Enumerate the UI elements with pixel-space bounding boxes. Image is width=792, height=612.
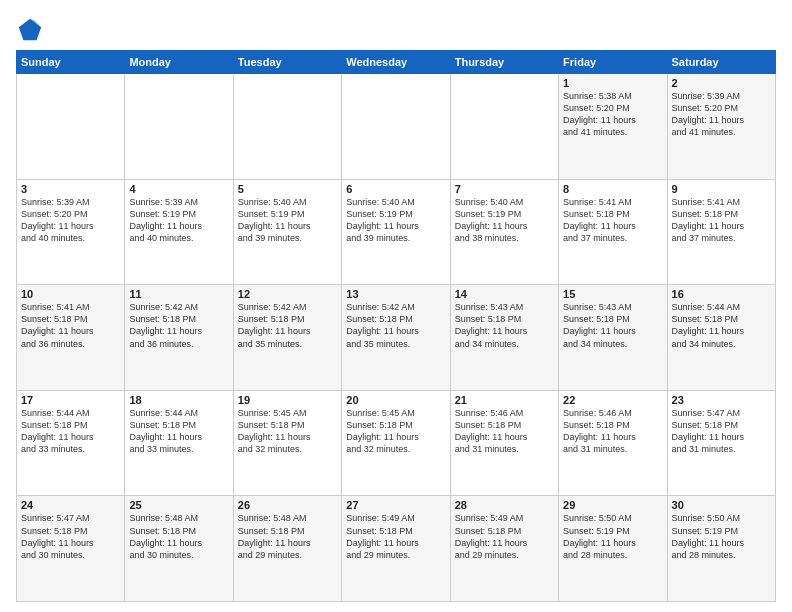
day-info: Sunrise: 5:46 AM Sunset: 5:18 PM Dayligh…: [455, 407, 554, 456]
calendar-cell: 23Sunrise: 5:47 AM Sunset: 5:18 PM Dayli…: [667, 390, 775, 496]
day-info: Sunrise: 5:48 AM Sunset: 5:18 PM Dayligh…: [129, 512, 228, 561]
day-info: Sunrise: 5:45 AM Sunset: 5:18 PM Dayligh…: [346, 407, 445, 456]
day-number: 14: [455, 288, 554, 300]
day-info: Sunrise: 5:42 AM Sunset: 5:18 PM Dayligh…: [129, 301, 228, 350]
day-info: Sunrise: 5:40 AM Sunset: 5:19 PM Dayligh…: [455, 196, 554, 245]
calendar-week-row: 24Sunrise: 5:47 AM Sunset: 5:18 PM Dayli…: [17, 496, 776, 602]
day-number: 30: [672, 499, 771, 511]
logo: [16, 16, 48, 44]
calendar-header-tuesday: Tuesday: [233, 51, 341, 74]
page: SundayMondayTuesdayWednesdayThursdayFrid…: [0, 0, 792, 612]
day-number: 17: [21, 394, 120, 406]
header: [16, 12, 776, 44]
calendar-cell: 12Sunrise: 5:42 AM Sunset: 5:18 PM Dayli…: [233, 285, 341, 391]
calendar-cell: 16Sunrise: 5:44 AM Sunset: 5:18 PM Dayli…: [667, 285, 775, 391]
day-number: 18: [129, 394, 228, 406]
calendar-cell: 22Sunrise: 5:46 AM Sunset: 5:18 PM Dayli…: [559, 390, 667, 496]
calendar-cell: 29Sunrise: 5:50 AM Sunset: 5:19 PM Dayli…: [559, 496, 667, 602]
day-number: 7: [455, 183, 554, 195]
day-info: Sunrise: 5:43 AM Sunset: 5:18 PM Dayligh…: [563, 301, 662, 350]
logo-icon: [16, 16, 44, 44]
calendar-header-saturday: Saturday: [667, 51, 775, 74]
calendar-cell: 5Sunrise: 5:40 AM Sunset: 5:19 PM Daylig…: [233, 179, 341, 285]
day-number: 5: [238, 183, 337, 195]
calendar-week-row: 3Sunrise: 5:39 AM Sunset: 5:20 PM Daylig…: [17, 179, 776, 285]
day-info: Sunrise: 5:41 AM Sunset: 5:18 PM Dayligh…: [672, 196, 771, 245]
calendar-cell: 30Sunrise: 5:50 AM Sunset: 5:19 PM Dayli…: [667, 496, 775, 602]
calendar-cell: 6Sunrise: 5:40 AM Sunset: 5:19 PM Daylig…: [342, 179, 450, 285]
calendar-cell: 25Sunrise: 5:48 AM Sunset: 5:18 PM Dayli…: [125, 496, 233, 602]
calendar-cell: [125, 74, 233, 180]
calendar-cell: [233, 74, 341, 180]
day-info: Sunrise: 5:47 AM Sunset: 5:18 PM Dayligh…: [21, 512, 120, 561]
day-number: 1: [563, 77, 662, 89]
day-info: Sunrise: 5:39 AM Sunset: 5:19 PM Dayligh…: [129, 196, 228, 245]
calendar-cell: [342, 74, 450, 180]
day-info: Sunrise: 5:40 AM Sunset: 5:19 PM Dayligh…: [238, 196, 337, 245]
calendar-week-row: 10Sunrise: 5:41 AM Sunset: 5:18 PM Dayli…: [17, 285, 776, 391]
day-number: 23: [672, 394, 771, 406]
day-number: 9: [672, 183, 771, 195]
day-info: Sunrise: 5:38 AM Sunset: 5:20 PM Dayligh…: [563, 90, 662, 139]
day-info: Sunrise: 5:39 AM Sunset: 5:20 PM Dayligh…: [672, 90, 771, 139]
calendar-cell: 4Sunrise: 5:39 AM Sunset: 5:19 PM Daylig…: [125, 179, 233, 285]
calendar-cell: 17Sunrise: 5:44 AM Sunset: 5:18 PM Dayli…: [17, 390, 125, 496]
day-info: Sunrise: 5:47 AM Sunset: 5:18 PM Dayligh…: [672, 407, 771, 456]
day-number: 27: [346, 499, 445, 511]
day-info: Sunrise: 5:49 AM Sunset: 5:18 PM Dayligh…: [346, 512, 445, 561]
calendar-cell: [450, 74, 558, 180]
calendar-header-wednesday: Wednesday: [342, 51, 450, 74]
day-number: 25: [129, 499, 228, 511]
day-info: Sunrise: 5:44 AM Sunset: 5:18 PM Dayligh…: [672, 301, 771, 350]
day-number: 24: [21, 499, 120, 511]
calendar-cell: 11Sunrise: 5:42 AM Sunset: 5:18 PM Dayli…: [125, 285, 233, 391]
calendar-cell: 10Sunrise: 5:41 AM Sunset: 5:18 PM Dayli…: [17, 285, 125, 391]
day-info: Sunrise: 5:48 AM Sunset: 5:18 PM Dayligh…: [238, 512, 337, 561]
day-info: Sunrise: 5:50 AM Sunset: 5:19 PM Dayligh…: [563, 512, 662, 561]
day-number: 20: [346, 394, 445, 406]
day-info: Sunrise: 5:45 AM Sunset: 5:18 PM Dayligh…: [238, 407, 337, 456]
calendar-header-thursday: Thursday: [450, 51, 558, 74]
day-number: 3: [21, 183, 120, 195]
calendar-header-monday: Monday: [125, 51, 233, 74]
day-number: 6: [346, 183, 445, 195]
calendar-cell: 15Sunrise: 5:43 AM Sunset: 5:18 PM Dayli…: [559, 285, 667, 391]
calendar-cell: [17, 74, 125, 180]
day-number: 22: [563, 394, 662, 406]
calendar-cell: 7Sunrise: 5:40 AM Sunset: 5:19 PM Daylig…: [450, 179, 558, 285]
day-number: 12: [238, 288, 337, 300]
calendar-cell: 18Sunrise: 5:44 AM Sunset: 5:18 PM Dayli…: [125, 390, 233, 496]
day-info: Sunrise: 5:50 AM Sunset: 5:19 PM Dayligh…: [672, 512, 771, 561]
day-info: Sunrise: 5:42 AM Sunset: 5:18 PM Dayligh…: [238, 301, 337, 350]
calendar-cell: 27Sunrise: 5:49 AM Sunset: 5:18 PM Dayli…: [342, 496, 450, 602]
day-number: 21: [455, 394, 554, 406]
day-number: 29: [563, 499, 662, 511]
day-number: 8: [563, 183, 662, 195]
day-number: 19: [238, 394, 337, 406]
calendar-cell: 9Sunrise: 5:41 AM Sunset: 5:18 PM Daylig…: [667, 179, 775, 285]
calendar-cell: 24Sunrise: 5:47 AM Sunset: 5:18 PM Dayli…: [17, 496, 125, 602]
svg-marker-0: [19, 19, 41, 40]
day-number: 10: [21, 288, 120, 300]
day-number: 26: [238, 499, 337, 511]
day-info: Sunrise: 5:39 AM Sunset: 5:20 PM Dayligh…: [21, 196, 120, 245]
day-info: Sunrise: 5:44 AM Sunset: 5:18 PM Dayligh…: [129, 407, 228, 456]
day-info: Sunrise: 5:41 AM Sunset: 5:18 PM Dayligh…: [563, 196, 662, 245]
calendar-cell: 26Sunrise: 5:48 AM Sunset: 5:18 PM Dayli…: [233, 496, 341, 602]
calendar-header-row: SundayMondayTuesdayWednesdayThursdayFrid…: [17, 51, 776, 74]
calendar-cell: 2Sunrise: 5:39 AM Sunset: 5:20 PM Daylig…: [667, 74, 775, 180]
calendar-cell: 3Sunrise: 5:39 AM Sunset: 5:20 PM Daylig…: [17, 179, 125, 285]
calendar-week-row: 1Sunrise: 5:38 AM Sunset: 5:20 PM Daylig…: [17, 74, 776, 180]
calendar-week-row: 17Sunrise: 5:44 AM Sunset: 5:18 PM Dayli…: [17, 390, 776, 496]
day-info: Sunrise: 5:42 AM Sunset: 5:18 PM Dayligh…: [346, 301, 445, 350]
calendar-table: SundayMondayTuesdayWednesdayThursdayFrid…: [16, 50, 776, 602]
calendar-cell: 1Sunrise: 5:38 AM Sunset: 5:20 PM Daylig…: [559, 74, 667, 180]
day-number: 4: [129, 183, 228, 195]
day-number: 15: [563, 288, 662, 300]
day-info: Sunrise: 5:46 AM Sunset: 5:18 PM Dayligh…: [563, 407, 662, 456]
calendar-cell: 21Sunrise: 5:46 AM Sunset: 5:18 PM Dayli…: [450, 390, 558, 496]
calendar-cell: 19Sunrise: 5:45 AM Sunset: 5:18 PM Dayli…: [233, 390, 341, 496]
calendar-cell: 13Sunrise: 5:42 AM Sunset: 5:18 PM Dayli…: [342, 285, 450, 391]
day-number: 11: [129, 288, 228, 300]
calendar-cell: 8Sunrise: 5:41 AM Sunset: 5:18 PM Daylig…: [559, 179, 667, 285]
